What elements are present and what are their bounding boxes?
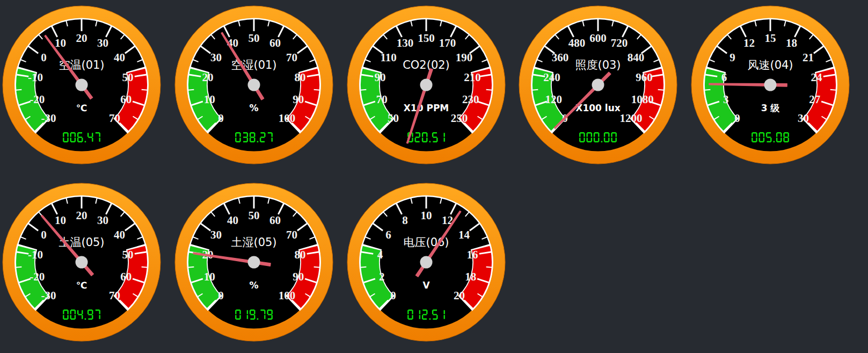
seg [433, 136, 436, 138]
gauge-air-humidity-01: 0102030405060708090100空湿(01)% [173, 4, 334, 165]
tick-label: 840 [628, 51, 645, 64]
seg [777, 132, 781, 134]
tick-label: -30 [41, 289, 56, 302]
seg [587, 138, 588, 141]
seg [763, 133, 764, 136]
tick-label: 0 [218, 289, 224, 302]
tick-label: -20 [30, 270, 45, 283]
seg [63, 315, 64, 319]
seg [99, 315, 100, 319]
seg [776, 133, 777, 136]
tick-label: 60 [120, 270, 132, 283]
seg [71, 141, 75, 143]
gauge-voltage-06: 02468101214161820电压(06)V [346, 182, 507, 343]
seg [415, 132, 420, 134]
seg [580, 141, 585, 143]
seg [579, 133, 580, 136]
seg [235, 138, 236, 141]
tick-label: 190 [455, 51, 472, 64]
minor-tick [16, 267, 21, 268]
tick-label: 6 [385, 228, 391, 241]
minor-tick [360, 90, 366, 90]
gauge-hub [764, 79, 777, 91]
seg [246, 133, 247, 136]
gauge-hub [420, 256, 432, 269]
minor-tick [313, 267, 319, 268]
gauge-svg: 0102030405060708090100土湿(05)% [173, 182, 334, 343]
seg [612, 132, 616, 134]
seg [612, 141, 616, 143]
seg [419, 133, 420, 136]
seg [422, 314, 426, 315]
tick-label: 50 [248, 209, 259, 222]
seg [235, 133, 236, 136]
tick-label: 50 [387, 112, 398, 125]
seg [432, 133, 433, 136]
seg [70, 310, 71, 314]
tick-label: 10 [204, 270, 215, 283]
tick-label: 70 [286, 228, 297, 241]
seg [419, 315, 420, 319]
gauge-unit: V [422, 280, 430, 291]
minor-tick [313, 90, 319, 90]
tick-label: 110 [380, 51, 396, 64]
seg [432, 310, 433, 314]
seg [67, 133, 68, 136]
seg [246, 315, 247, 319]
seg [268, 309, 272, 311]
minor-tick [486, 90, 492, 90]
seg [77, 310, 78, 314]
seg [422, 319, 427, 320]
tick-label: -10 [28, 71, 43, 84]
minor-tick [142, 90, 148, 90]
tick-label: 210 [464, 71, 481, 84]
seg [605, 132, 609, 134]
tick-label: 20 [76, 209, 87, 222]
seg [254, 133, 255, 136]
seg [250, 310, 251, 314]
tick-label: 0 [390, 289, 396, 302]
seg [87, 310, 89, 314]
tick-label: 90 [374, 71, 385, 84]
tick-label: 20 [202, 71, 213, 84]
tick-label: 6 [721, 71, 727, 84]
seg [271, 138, 272, 141]
seg [587, 133, 588, 136]
seg [64, 141, 68, 143]
seg-dot [85, 141, 86, 142]
tick-label: 30 [210, 228, 222, 241]
tick-label: 720 [611, 37, 628, 49]
seg [271, 310, 272, 314]
gauge-hub [247, 256, 260, 269]
seg [70, 315, 71, 319]
seg [70, 133, 71, 136]
seg [415, 136, 419, 138]
tick-label: 21 [803, 51, 814, 64]
seg [584, 133, 585, 136]
seg [239, 310, 240, 314]
seg [82, 310, 83, 314]
seg [71, 309, 75, 311]
tick-label: 18 [786, 37, 797, 49]
seg [99, 133, 100, 136]
seg [443, 315, 444, 319]
gauge-unit: ℃ [76, 103, 87, 113]
tick-label: 0 [41, 51, 47, 64]
gauge-title: 风速(04) [747, 59, 793, 71]
seg [760, 141, 764, 143]
seg [71, 132, 75, 134]
tick-label: 60 [120, 93, 132, 106]
seg [96, 132, 100, 134]
seg [776, 138, 777, 141]
gauge-hub [76, 79, 88, 91]
seg [753, 141, 757, 143]
seg [64, 319, 68, 320]
tick-label: 120 [545, 93, 563, 106]
seg [587, 141, 592, 143]
seg [759, 138, 760, 141]
seg-dot [601, 141, 603, 142]
tick-label: 10 [55, 37, 66, 49]
tick-label: 50 [122, 71, 133, 84]
seg [598, 133, 599, 136]
seg [250, 132, 254, 134]
